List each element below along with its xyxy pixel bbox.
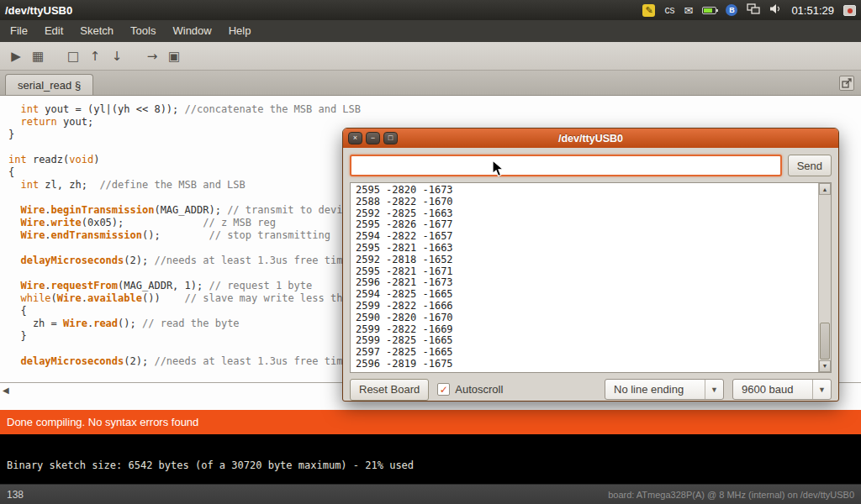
- tab-serial-read[interactable]: serial_read §: [5, 74, 93, 95]
- minimize-button[interactable]: −: [366, 132, 380, 144]
- menu-edit[interactable]: Edit: [36, 20, 71, 42]
- serial-line: 2595 -2820 -1673: [356, 185, 813, 197]
- battery-icon[interactable]: [702, 7, 716, 14]
- tab-menu-button[interactable]: [839, 76, 854, 91]
- clock[interactable]: 01:51:29: [791, 4, 834, 17]
- serial-line: 2595 -2821 -1663: [356, 243, 813, 255]
- serial-monitor-button[interactable]: ▣: [163, 45, 185, 67]
- tab-label: serial_read §: [18, 79, 81, 92]
- serial-line: 2590 -2820 -1670: [356, 312, 813, 324]
- menu-window[interactable]: Window: [164, 20, 219, 42]
- console-text: Binary sketch size: 6542 bytes (of a 307…: [0, 434, 861, 471]
- menu-file[interactable]: File: [2, 20, 36, 42]
- new-sketch-button[interactable]: □: [62, 45, 84, 67]
- serial-monitor-body: Send 2595 -2820 -16732588 -2822 -1670259…: [343, 148, 838, 402]
- serial-line: 2592 -2825 -1663: [356, 208, 813, 220]
- serial-line: 2596 -2821 -1673: [356, 277, 813, 289]
- serial-output-area: 2595 -2820 -16732588 -2822 -16702592 -28…: [350, 182, 832, 373]
- serial-line: 2595 -2826 -1677: [356, 219, 813, 231]
- menu-sketch[interactable]: Sketch: [71, 20, 122, 42]
- network-icon[interactable]: [747, 3, 760, 18]
- open-sketch-button[interactable]: ↑: [84, 45, 106, 67]
- cursor-line-indicator: 138: [7, 489, 24, 501]
- baud-rate-select[interactable]: 9600 baud ▼: [732, 379, 832, 400]
- maximize-button[interactable]: □: [383, 132, 398, 144]
- serial-line: 2599 -2822 -1669: [356, 324, 813, 336]
- serial-line: 2596 -2819 -1675: [356, 359, 813, 370]
- serial-output[interactable]: 2595 -2820 -16732588 -2822 -16702592 -28…: [351, 183, 818, 372]
- screen: /dev/ttyUSB0 ✎ cs ✉ B 01:51:29: [0, 0, 861, 504]
- close-button[interactable]: ×: [348, 132, 362, 144]
- save-sketch-button[interactable]: ↓: [106, 45, 128, 67]
- serial-line: 2588 -2822 -1670: [356, 197, 813, 208]
- stop-button[interactable]: ▦: [27, 45, 49, 67]
- upload-button[interactable]: →: [141, 45, 163, 67]
- serial-line: 2599 -2822 -1666: [356, 301, 813, 312]
- serial-input-row: Send: [350, 155, 832, 176]
- scrollbar-thumb[interactable]: [820, 323, 830, 360]
- window-controls: × − □: [348, 132, 398, 144]
- checkbox-check-icon[interactable]: ✓: [437, 383, 450, 396]
- serial-input[interactable]: [350, 155, 782, 176]
- serial-line: 2597 -2825 -1665: [356, 347, 813, 359]
- top-panel: /dev/ttyUSB0 ✎ cs ✉ B 01:51:29: [0, 0, 861, 20]
- hscroll-left-arrow-icon[interactable]: ◀: [3, 386, 9, 395]
- serial-output-scrollbar[interactable]: ▲ ▼: [818, 183, 831, 372]
- compile-status-bar: Done compiling. No syntax errors found: [0, 410, 861, 434]
- autoscroll-checkbox[interactable]: ✓ Autoscroll: [437, 383, 503, 396]
- menubar: FileEditSketchToolsWindowHelp: [0, 20, 861, 42]
- serial-monitor-controls: Reset Board ✓ Autoscroll No line ending …: [350, 379, 832, 401]
- serial-line: 2594 -2822 -1657: [356, 231, 813, 243]
- serial-line: 2595 -2821 -1671: [356, 266, 813, 278]
- serial-line: 2592 -2818 -1652: [356, 255, 813, 266]
- verify-button[interactable]: ▶: [5, 45, 27, 67]
- scrollbar-track[interactable]: [819, 195, 831, 360]
- scroll-down-icon[interactable]: ▼: [819, 360, 831, 372]
- scroll-up-icon[interactable]: ▲: [819, 183, 831, 195]
- mail-icon[interactable]: ✉: [684, 4, 693, 17]
- status-footer: 138 board: ATmega328P(A) @ 8 MHz (intern…: [0, 484, 861, 504]
- serial-monitor-title: /dev/ttyUSB0: [343, 133, 838, 144]
- keyboard-layout-indicator[interactable]: cs: [664, 4, 674, 16]
- session-menu-icon[interactable]: [843, 5, 856, 16]
- code-line: int yout = (yl|(yh << 8)); //concatenate…: [8, 103, 861, 116]
- autoscroll-label: Autoscroll: [455, 383, 503, 396]
- serial-line: 2594 -2825 -1665: [356, 289, 813, 301]
- system-tray: ✎ cs ✉ B 01:51:29: [642, 3, 856, 18]
- serial-monitor-window: /dev/ttyUSB0 × − □ Send 2595 -2820 -1673…: [342, 128, 839, 402]
- mouse-cursor: [492, 160, 507, 178]
- send-button[interactable]: Send: [788, 155, 832, 176]
- tabstrip: serial_read §: [0, 71, 861, 96]
- console-panel: Binary sketch size: 6542 bytes (of a 307…: [0, 434, 861, 484]
- serial-monitor-titlebar[interactable]: /dev/ttyUSB0 × − □: [343, 129, 838, 148]
- panel-window-title: /dev/ttyUSB0: [5, 4, 72, 17]
- notes-icon[interactable]: ✎: [642, 4, 655, 17]
- menu-tools[interactable]: Tools: [122, 20, 164, 42]
- menu-help[interactable]: Help: [220, 20, 260, 42]
- bluetooth-icon[interactable]: B: [726, 4, 737, 16]
- code-line: return yout;: [8, 116, 861, 129]
- chevron-down-icon[interactable]: ▼: [705, 380, 723, 399]
- line-ending-select[interactable]: No line ending ▼: [605, 379, 724, 400]
- toolbar: ▶▦□↑↓→▣: [0, 42, 861, 71]
- chevron-down-icon[interactable]: ▼: [812, 380, 831, 399]
- reset-board-button[interactable]: Reset Board: [350, 379, 429, 401]
- volume-icon[interactable]: [769, 3, 782, 18]
- board-indicator: board: ATmega328P(A) @ 8 MHz (internal) …: [608, 490, 854, 500]
- serial-line: 2599 -2825 -1665: [356, 335, 813, 347]
